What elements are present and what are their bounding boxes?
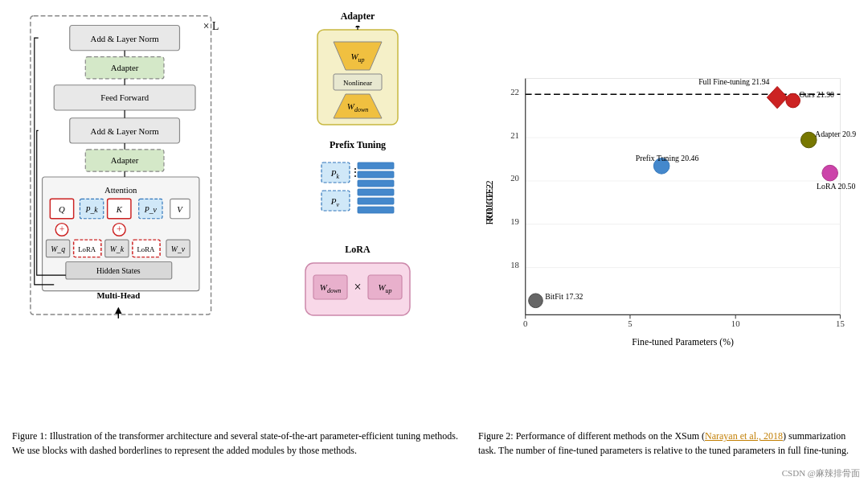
x-0: 0 bbox=[523, 319, 527, 328]
prefix-tuning-svg: Pk ⋮ Pv bbox=[309, 154, 406, 235]
figure1-caption: Figure 1: Illustration of the transforme… bbox=[12, 422, 462, 458]
scatter-chart: 22 21 20 19 18 0 5 10 15 bbox=[478, 8, 856, 425]
add-layer-norm-mid: Add & Layer Norm bbox=[91, 126, 160, 136]
chart-container: 22 21 20 19 18 0 5 10 15 bbox=[478, 8, 856, 425]
xl-label: × L bbox=[203, 20, 219, 32]
k-label: K bbox=[116, 204, 123, 214]
attention-label: Attention bbox=[104, 185, 137, 195]
y-22: 22 bbox=[510, 87, 519, 97]
ours-label: Ours 21.90 bbox=[800, 90, 835, 99]
bitfit-label: BitFit 17.32 bbox=[545, 292, 583, 301]
caption-part1: Figure 2: Performance of different metho… bbox=[478, 430, 705, 442]
wk-label: W_k bbox=[110, 245, 125, 253]
svg-rect-35 bbox=[358, 171, 394, 178]
lora-svg: Wdown × Wup bbox=[301, 259, 414, 319]
adapter-diagrams: Adapter Wup Nonlinear Wdown bbox=[245, 8, 462, 422]
transformer-diagram: × L Add & Layer Norm Adapter Feed Forwar… bbox=[12, 8, 245, 422]
adapter-point bbox=[800, 132, 817, 148]
lora2-label: LoRA bbox=[137, 245, 156, 253]
citation-link: Narayan et al., 2018 bbox=[705, 430, 783, 442]
lora-point bbox=[822, 165, 838, 181]
add-layer-norm-top: Add & Layer Norm bbox=[91, 34, 160, 43]
x-5: 5 bbox=[628, 319, 632, 328]
svg-rect-39 bbox=[358, 207, 394, 213]
adapter-top-label: Adapter bbox=[111, 63, 139, 72]
multi-head-label: Multi-Head bbox=[96, 290, 140, 300]
svg-rect-38 bbox=[358, 198, 394, 204]
wq-label: W_q bbox=[51, 245, 65, 253]
watermark: CSDN @麻辣排骨面 bbox=[0, 466, 868, 481]
svg-rect-37 bbox=[358, 189, 394, 195]
right-panel: 22 21 20 19 18 0 5 10 15 bbox=[462, 8, 856, 458]
prefix-tuning-label: Prefix Tuning 20.46 bbox=[636, 154, 699, 162]
svg-rect-34 bbox=[358, 162, 394, 169]
ours-point bbox=[786, 93, 800, 108]
bitfit-point bbox=[529, 294, 543, 308]
times-label: × bbox=[354, 280, 361, 294]
wv-label: W_v bbox=[171, 245, 186, 253]
adapter-label: Adapter 20.98 bbox=[815, 130, 856, 138]
hidden-states-label: Hidden States bbox=[96, 266, 141, 275]
lora-label: LoRA 20.50 bbox=[817, 182, 855, 191]
y-19: 19 bbox=[510, 216, 519, 226]
full-finetuning-label: Full Fine-tuning 21.94 bbox=[698, 77, 769, 86]
pv-label: P_v bbox=[144, 205, 158, 214]
svg-rect-43 bbox=[526, 79, 841, 315]
pk-label: P_k bbox=[85, 205, 99, 214]
lora-title: LoRA bbox=[345, 244, 370, 255]
y-20: 20 bbox=[510, 173, 519, 183]
x-15: 15 bbox=[836, 319, 845, 328]
lora1-label: LoRA bbox=[78, 245, 96, 253]
x-axis-label: Fine-tuned Parameters (%) bbox=[632, 337, 734, 347]
y-21: 21 bbox=[510, 130, 519, 140]
nonlinear-label: Nonlinear bbox=[343, 79, 372, 87]
svg-marker-31 bbox=[355, 26, 360, 27]
q-label: Q bbox=[59, 204, 65, 214]
x-10: 10 bbox=[731, 319, 740, 328]
adapter-title: Adapter bbox=[341, 10, 375, 22]
adapter-mid-label: Adapter bbox=[111, 155, 139, 165]
y-18: 18 bbox=[510, 260, 519, 269]
prefix-tuning-title: Prefix Tuning bbox=[330, 139, 386, 150]
plus-k: + bbox=[117, 224, 122, 235]
left-panel: × L Add & Layer Norm Adapter Feed Forwar… bbox=[12, 8, 462, 458]
svg-rect-36 bbox=[358, 180, 394, 187]
rouge2-label: ROUGE-2 bbox=[485, 184, 495, 224]
adapter-svg: Wup Nonlinear Wdown bbox=[309, 26, 406, 130]
feed-forward-label: Feed Forward bbox=[100, 92, 149, 102]
figure2-caption: Figure 2: Performance of different metho… bbox=[478, 429, 856, 458]
plus-q: + bbox=[59, 224, 65, 235]
